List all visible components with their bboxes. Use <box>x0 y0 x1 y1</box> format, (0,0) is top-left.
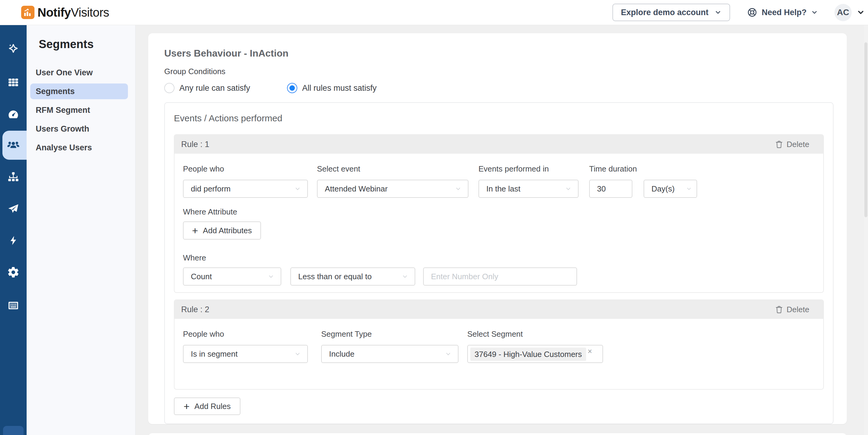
tag-remove-icon[interactable]: × <box>588 348 592 355</box>
sidebar-title: Segments <box>27 38 135 51</box>
rule-1-body: People who did perform Select event Atte… <box>175 154 823 292</box>
rule-2-header: Rule : 2 Delete <box>175 300 823 319</box>
radio-any-rule-control[interactable] <box>164 83 175 93</box>
sitemap-icon <box>7 170 20 183</box>
rule-2-title: Rule : 2 <box>181 305 209 314</box>
add-rules-label: Add Rules <box>194 402 231 411</box>
chevron-down-icon <box>444 350 452 358</box>
select-segment-multiselect[interactable]: 37649 - High-Value Customers × <box>467 345 603 363</box>
app-root: NotifyVisitors Explore demo account Need… <box>0 0 868 435</box>
chevron-down-icon <box>811 9 818 16</box>
trash-icon <box>775 141 783 149</box>
rule-1-header: Rule : 1 Delete <box>175 135 823 154</box>
rail-item-journeys[interactable] <box>0 40 27 57</box>
rail-item-campaigns[interactable] <box>0 200 27 217</box>
rule-1-delete-label: Delete <box>787 140 809 149</box>
explore-demo-account-label: Explore demo account <box>621 8 709 17</box>
radio-all-rules-label: All rules must satisfy <box>302 84 376 93</box>
where-operator-value: Less than or equal to <box>298 272 401 281</box>
people-who-value: did perform <box>191 184 294 194</box>
topbar-actions: Explore demo account Need Help? AC <box>613 4 865 21</box>
rail-item-funnels[interactable] <box>0 168 27 185</box>
rule-2-delete-label: Delete <box>787 305 809 314</box>
sidebar-item-rfm-segment[interactable]: RFM Segment <box>30 102 128 118</box>
users-group-icon <box>6 138 20 152</box>
rule-2-body: People who Is in segment Segment Type In… <box>175 319 823 389</box>
time-unit-select[interactable]: Day(s) <box>644 180 697 198</box>
icon-rail <box>0 25 27 435</box>
people-who-label: People who <box>183 164 308 174</box>
brand-name-bold: Notify <box>37 6 71 19</box>
lightning-bolt-icon <box>7 235 19 247</box>
select-event-select[interactable]: Attended Webinar <box>317 180 468 198</box>
scrollbar-thumb[interactable] <box>864 42 867 217</box>
chevron-down-icon <box>267 273 275 280</box>
explore-demo-account-button[interactable]: Explore demo account <box>613 4 731 21</box>
select-event-label: Select event <box>317 164 468 174</box>
brand-name-light: Visitors <box>71 6 109 19</box>
keypad-icon <box>7 299 20 312</box>
segment-type-select[interactable]: Include <box>321 345 459 363</box>
paper-plane-icon <box>7 202 20 215</box>
where-metric-select[interactable]: Count <box>183 268 281 285</box>
life-ring-icon <box>747 7 757 18</box>
segments-sidebar: Segments User One View Segments RFM Segm… <box>27 25 135 435</box>
people-who-label: People who <box>183 329 308 339</box>
time-unit-label <box>644 164 697 174</box>
account-chevron-icon[interactable] <box>857 8 865 17</box>
radio-any-rule[interactable]: Any rule can satisfy <box>164 83 250 93</box>
sidebar-item-analyse-users[interactable]: Analyse Users <box>30 140 128 155</box>
rail-item-dashboard[interactable] <box>0 106 27 123</box>
segment-type-label: Segment Type <box>321 329 459 339</box>
where-value-input[interactable] <box>423 268 577 285</box>
events-performed-in-value: In the last <box>486 184 565 194</box>
sidebar-item-segments[interactable]: Segments <box>30 84 128 99</box>
select-event-value: Attended Webinar <box>325 184 455 194</box>
radio-all-rules[interactable]: All rules must satisfy <box>287 83 376 93</box>
rule-1-delete-button[interactable]: Delete <box>775 140 809 149</box>
time-unit-value: Day(s) <box>651 184 686 194</box>
plus-icon: + <box>192 225 198 236</box>
time-duration-input[interactable] <box>589 180 632 198</box>
rail-item-billing[interactable] <box>0 297 27 314</box>
speedometer-icon <box>7 108 20 121</box>
rule-1-box: Rule : 1 Delete People who <box>174 134 824 293</box>
segment-type-value: Include <box>329 349 444 359</box>
events-performed-in-select[interactable]: In the last <box>478 180 579 198</box>
page-scrollbar[interactable] <box>864 25 868 435</box>
rail-item-settings[interactable] <box>0 264 27 281</box>
select-segment-label: Select Segment <box>467 329 603 339</box>
rail-bottom-highlight <box>3 426 24 435</box>
people-who-select[interactable]: did perform <box>183 180 308 198</box>
rail-item-apps[interactable] <box>0 74 27 91</box>
rule-2-box: Rule : 2 Delete People who <box>174 300 824 390</box>
rail-item-audience[interactable] <box>0 137 27 154</box>
sidebar-item-users-growth[interactable]: Users Growth <box>30 121 128 137</box>
gear-icon <box>7 266 20 279</box>
add-attributes-button[interactable]: + Add Attributes <box>183 221 261 240</box>
segment-tag: 37649 - High-Value Customers <box>470 348 586 361</box>
brand-logo[interactable]: NotifyVisitors <box>21 6 109 19</box>
where-label: Where <box>183 253 814 262</box>
plus-icon: + <box>184 401 190 411</box>
chevron-down-icon <box>294 350 301 358</box>
chevron-down-icon <box>455 185 462 192</box>
grid-icon <box>7 76 20 89</box>
add-rules-button[interactable]: + Add Rules <box>174 398 241 415</box>
rule-2-delete-button[interactable]: Delete <box>775 305 809 314</box>
where-metric-value: Count <box>191 272 267 281</box>
segment-people-who-select[interactable]: Is in segment <box>183 345 308 363</box>
next-section-card <box>148 433 847 435</box>
avatar[interactable]: AC <box>834 4 852 21</box>
chevron-down-icon <box>686 185 692 192</box>
segment-people-who-value: Is in segment <box>191 349 294 359</box>
where-attribute-label: Where Attribute <box>183 207 814 217</box>
chevron-down-icon <box>401 273 409 280</box>
need-help-menu[interactable]: Need Help? <box>747 7 818 18</box>
sparkle-icon <box>7 42 20 55</box>
rail-item-automation[interactable] <box>0 232 27 249</box>
main-content: Users Behaviour - InAction Group Conditi… <box>135 25 864 435</box>
sidebar-item-user-one-view[interactable]: User One View <box>30 65 128 81</box>
where-operator-select[interactable]: Less than or equal to <box>290 268 415 285</box>
radio-all-rules-control[interactable] <box>287 83 297 93</box>
